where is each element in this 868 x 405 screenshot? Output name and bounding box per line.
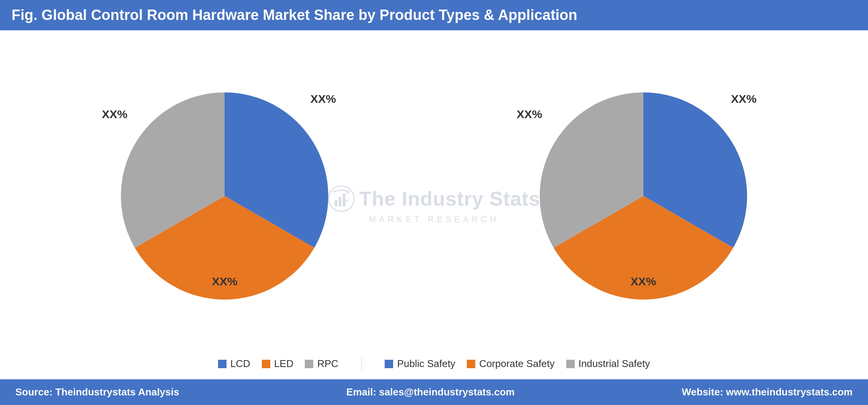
right-label-top-right: XX% — [731, 92, 757, 105]
footer-email: Email: sales@theindustrystats.com — [346, 386, 515, 398]
legend-item-led: LED — [262, 358, 294, 370]
footer-email-value: sales@theindustrystats.com — [379, 386, 514, 398]
legend-item-industrial-safety: Industrial Safety — [566, 358, 650, 370]
legend-right: Public Safety Corporate Safety Industria… — [361, 358, 673, 370]
left-label-top-right: XX% — [311, 92, 336, 105]
led-label: LED — [274, 358, 294, 370]
led-color — [262, 360, 270, 368]
left-label-top-left: XX% — [102, 108, 127, 121]
legend-item-lcd: LCD — [218, 358, 250, 370]
legend-item-corporate-safety: Corporate Safety — [467, 358, 555, 370]
rpc-label: RPC — [317, 358, 338, 370]
footer-website: Website: www.theindustrystats.com — [682, 386, 853, 398]
public-safety-color — [385, 360, 393, 368]
page-title: Fig. Global Control Room Hardware Market… — [12, 7, 856, 23]
main-content: The Industry Stats market research XX% X… — [0, 30, 868, 379]
footer-source-text: Source: Theindustrystats Analysis — [15, 386, 179, 398]
footer-email-label: Email: — [346, 386, 379, 398]
public-safety-label: Public Safety — [397, 358, 455, 370]
header: Fig. Global Control Room Hardware Market… — [0, 0, 868, 30]
legend-left: LCD LED RPC — [195, 358, 362, 370]
rpc-color — [305, 360, 313, 368]
industrial-safety-label: Industrial Safety — [579, 358, 650, 370]
industrial-safety-color — [566, 360, 575, 368]
right-label-top-left: XX% — [517, 108, 542, 121]
footer-source: Source: Theindustrystats Analysis — [15, 386, 179, 398]
lcd-label: LCD — [230, 358, 250, 370]
legend-item-rpc: RPC — [305, 358, 338, 370]
corporate-safety-label: Corporate Safety — [479, 358, 555, 370]
legend-item-public-safety: Public Safety — [385, 358, 455, 370]
right-chart: XX% XX% XX% — [509, 62, 778, 330]
right-label-bottom: XX% — [630, 275, 656, 288]
corporate-safety-color — [467, 360, 475, 368]
footer-website-label: Website: — [682, 386, 726, 398]
left-chart: XX% XX% XX% — [90, 62, 359, 330]
charts-row: XX% XX% XX% XX% XX% XX% — [15, 38, 853, 354]
legend-row: LCD LED RPC Public Safety Corporate Safe… — [15, 354, 853, 375]
footer-website-value: www.theindustrystats.com — [726, 386, 853, 398]
left-label-bottom: XX% — [212, 275, 238, 288]
lcd-color — [218, 360, 227, 368]
footer: Source: Theindustrystats Analysis Email:… — [0, 379, 868, 405]
